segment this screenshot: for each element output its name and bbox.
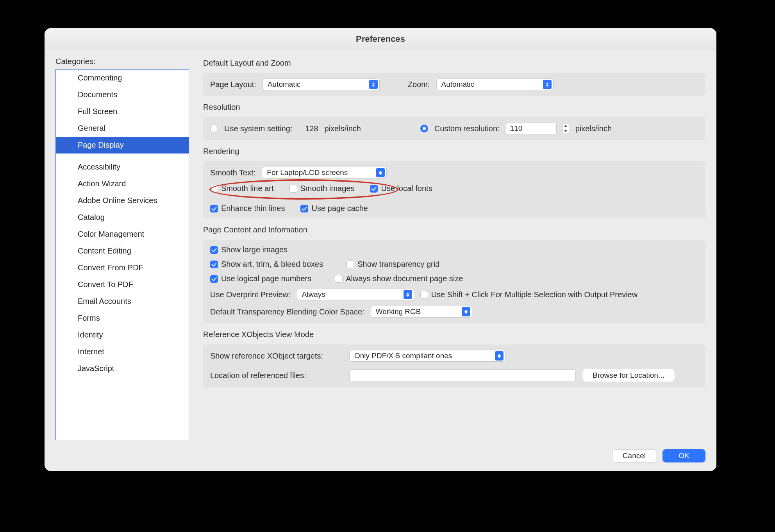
sidebar-item-catalog[interactable]: Catalog xyxy=(56,209,189,226)
sidebar-item-page-display[interactable]: Page Display xyxy=(56,137,189,154)
sidebar-item-general[interactable]: General xyxy=(56,120,189,137)
sidebar-heading: Categories: xyxy=(55,57,189,66)
select-arrows-icon xyxy=(495,351,504,361)
sidebar: Categories: Commenting Documents Full Sc… xyxy=(55,57,189,440)
panel-rendering: Smooth Text: For Laptop/LCD screens Smoo… xyxy=(203,161,705,218)
use-system-label: Use system setting: xyxy=(224,124,293,133)
sidebar-item-action-wizard[interactable]: Action Wizard xyxy=(56,175,189,192)
zoom-select[interactable]: Automatic xyxy=(436,79,554,90)
show-art-trim-checkbox[interactable] xyxy=(210,261,218,268)
select-arrows-icon xyxy=(462,307,470,316)
overprint-label: Use Overprint Preview: xyxy=(210,290,291,299)
cancel-button[interactable]: Cancel xyxy=(612,449,656,462)
section-xobjects-title: Reference XObjects View Mode xyxy=(203,330,705,339)
overprint-value: Always xyxy=(302,290,325,299)
use-page-cache-checkbox[interactable] xyxy=(300,205,308,212)
location-field[interactable] xyxy=(349,370,576,381)
preferences-window: Preferences Categories: Commenting Docum… xyxy=(45,28,716,471)
titlebar: Preferences xyxy=(45,28,716,50)
sidebar-separator xyxy=(71,156,173,156)
smooth-line-art-checkbox[interactable] xyxy=(210,185,218,193)
use-logical-label: Use logical page numbers xyxy=(221,274,311,283)
select-arrows-icon xyxy=(369,80,378,89)
show-transparency-checkbox[interactable] xyxy=(346,261,354,268)
select-arrows-icon xyxy=(376,168,385,177)
blend-label: Default Transparency Blending Color Spac… xyxy=(210,307,364,316)
sidebar-item-convert-to-pdf[interactable]: Convert To PDF xyxy=(56,276,189,293)
sidebar-item-email-accounts[interactable]: Email Accounts xyxy=(56,293,189,310)
ok-button[interactable]: OK xyxy=(662,449,705,462)
page-layout-label: Page Layout: xyxy=(210,80,256,89)
blend-value: Working RGB xyxy=(376,307,421,316)
main-panel: Default Layout and Zoom Page Layout: Aut… xyxy=(189,57,705,440)
zoom-value: Automatic xyxy=(441,80,474,89)
use-local-fonts-checkbox[interactable] xyxy=(370,185,378,193)
panel-resolution: Use system setting: 128 pixels/inch Cust… xyxy=(203,117,705,140)
targets-label: Show reference XObject targets: xyxy=(210,352,343,361)
unit-label-1: pixels/inch xyxy=(325,124,361,133)
sidebar-item-identity[interactable]: Identity xyxy=(56,327,189,343)
content-area: Categories: Commenting Documents Full Sc… xyxy=(45,50,716,440)
enhance-thin-lines-checkbox[interactable] xyxy=(210,205,218,212)
sidebar-item-color-management[interactable]: Color Management xyxy=(56,226,189,243)
zoom-label: Zoom: xyxy=(408,80,430,89)
use-logical-checkbox[interactable] xyxy=(210,275,218,283)
show-transparency-label: Show transparency grid xyxy=(357,260,439,269)
use-system-value: 128 xyxy=(299,124,318,133)
smooth-line-art-label: Smooth line art xyxy=(221,184,274,193)
page-layout-value: Automatic xyxy=(268,80,300,89)
section-page-content-title: Page Content and Information xyxy=(203,225,705,234)
sidebar-item-commenting[interactable]: Commenting xyxy=(56,70,189,86)
select-arrows-icon xyxy=(404,290,412,299)
custom-resolution-radio[interactable] xyxy=(420,125,428,132)
sidebar-item-forms[interactable]: Forms xyxy=(56,310,189,327)
targets-select[interactable]: Only PDF/X-5 compliant ones xyxy=(349,350,505,362)
enhance-thin-lines-label: Enhance thin lines xyxy=(221,204,285,213)
smooth-text-value: For Laptop/LCD screens xyxy=(267,168,348,177)
sidebar-item-javascript[interactable]: JavaScript xyxy=(56,360,189,377)
location-label: Location of referenced files: xyxy=(210,371,343,380)
sidebar-item-internet[interactable]: Internet xyxy=(56,343,189,360)
smooth-text-label: Smooth Text: xyxy=(210,168,255,177)
window-title: Preferences xyxy=(356,34,405,44)
panel-layout-zoom: Page Layout: Automatic Zoom: Automatic xyxy=(203,73,705,96)
page-layout-select[interactable]: Automatic xyxy=(262,79,380,90)
show-art-trim-label: Show art, trim, & bleed boxes xyxy=(221,260,323,269)
shift-click-checkbox[interactable] xyxy=(420,291,428,298)
targets-value: Only PDF/X-5 compliant ones xyxy=(354,352,452,360)
overprint-select[interactable]: Always xyxy=(297,289,414,300)
categories-list[interactable]: Commenting Documents Full Screen General… xyxy=(55,69,189,440)
unit-label-2: pixels/inch xyxy=(575,124,612,133)
browse-location-button[interactable]: Browse for Location... xyxy=(582,369,675,382)
shift-click-label: Use Shift + Click For Multiple Selection… xyxy=(431,290,638,299)
custom-resolution-field[interactable]: 110 xyxy=(506,123,557,134)
select-arrows-icon xyxy=(543,80,552,89)
smooth-text-select[interactable]: For Laptop/LCD screens xyxy=(262,167,387,179)
always-show-size-label: Always show document page size xyxy=(346,274,463,283)
sidebar-item-documents[interactable]: Documents xyxy=(56,86,189,103)
blend-select[interactable]: Working RGB xyxy=(371,306,472,318)
section-layout-zoom-title: Default Layout and Zoom xyxy=(203,59,705,68)
use-page-cache-label: Use page cache xyxy=(311,204,368,213)
sidebar-item-full-screen[interactable]: Full Screen xyxy=(56,103,189,120)
use-system-radio[interactable] xyxy=(210,125,218,132)
smooth-images-label: Smooth images xyxy=(300,184,355,193)
sidebar-item-adobe-online-services[interactable]: Adobe Online Services xyxy=(56,192,189,209)
always-show-size-checkbox[interactable] xyxy=(335,275,343,283)
section-resolution-title: Resolution xyxy=(203,103,705,112)
custom-resolution-label: Custom resolution: xyxy=(434,124,500,133)
show-large-images-checkbox[interactable] xyxy=(210,246,218,254)
sidebar-item-accessibility[interactable]: Accessibility xyxy=(56,159,189,175)
panel-page-content: Show large images Show art, trim, & blee… xyxy=(203,240,705,323)
sidebar-item-convert-from-pdf[interactable]: Convert From PDF xyxy=(56,259,189,276)
smooth-images-checkbox[interactable] xyxy=(289,185,297,193)
footer-buttons: Cancel OK xyxy=(612,449,705,462)
panel-xobjects: Show reference XObject targets: Only PDF… xyxy=(203,345,705,387)
custom-resolution-stepper[interactable] xyxy=(562,123,569,134)
use-local-fonts-label: Use local fonts xyxy=(381,184,432,193)
sidebar-item-content-editing[interactable]: Content Editing xyxy=(56,243,189,259)
section-rendering-title: Rendering xyxy=(203,147,705,156)
show-large-images-label: Show large images xyxy=(221,245,288,254)
